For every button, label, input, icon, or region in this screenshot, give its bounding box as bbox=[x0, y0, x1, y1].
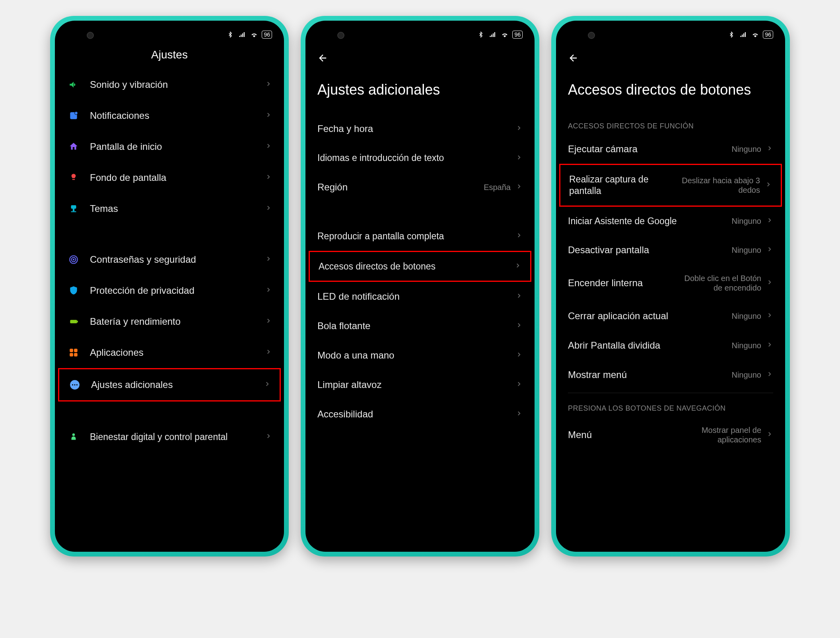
row-label: Modo a una mano bbox=[317, 349, 511, 361]
chevron-right-icon bbox=[264, 380, 271, 389]
front-camera bbox=[588, 32, 595, 39]
back-button[interactable] bbox=[317, 52, 329, 65]
svg-rect-24 bbox=[490, 36, 491, 37]
row-label: Reproducir a pantalla completa bbox=[317, 231, 511, 242]
svg-rect-25 bbox=[492, 35, 492, 37]
settings-row[interactable]: Fondo de pantalla bbox=[55, 162, 284, 193]
settings-row[interactable]: Reproducir a pantalla completa bbox=[305, 222, 535, 251]
svg-rect-18 bbox=[74, 353, 78, 357]
svg-rect-7 bbox=[71, 205, 76, 209]
chevron-right-icon bbox=[515, 183, 523, 192]
wifi-icon bbox=[250, 30, 259, 39]
svg-point-12 bbox=[73, 259, 74, 260]
phone-mockup-2: 96 Ajustes adicionales Fecha y hora Idio… bbox=[301, 16, 539, 557]
settings-row[interactable]: Accesos directos de botones bbox=[309, 251, 531, 282]
additional-settings-list[interactable]: Fecha y hora Idiomas e introducción de t… bbox=[305, 114, 535, 552]
settings-row[interactable]: Idiomas e introducción de texto bbox=[305, 144, 535, 173]
settings-row[interactable]: Menú Mostrar panel de aplicaciones bbox=[556, 417, 785, 453]
row-label: Accesibilidad bbox=[317, 408, 511, 420]
settings-row[interactable]: Aplicaciones bbox=[55, 337, 284, 368]
row-value: Ninguno bbox=[731, 245, 761, 255]
svg-rect-27 bbox=[494, 32, 495, 37]
row-label: Fecha y hora bbox=[317, 123, 511, 135]
settings-row[interactable]: Accesibilidad bbox=[305, 399, 535, 429]
svg-point-23 bbox=[72, 433, 75, 436]
svg-rect-2 bbox=[242, 33, 243, 37]
settings-row[interactable]: Modo a una mano bbox=[305, 341, 535, 370]
settings-row[interactable]: Desactivar pantalla Ninguno bbox=[556, 235, 785, 265]
row-value: Deslizar hacia abajo 3 dedos bbox=[673, 176, 760, 195]
chevron-right-icon bbox=[766, 246, 773, 254]
screen-1: 96 Ajustes Sonido y vibración Notificaci… bbox=[55, 21, 284, 552]
back-button[interactable] bbox=[568, 52, 579, 65]
settings-row[interactable]: Encender linterna Doble clic en el Botón… bbox=[556, 265, 785, 301]
chevron-right-icon bbox=[515, 154, 523, 163]
bluetooth-icon bbox=[727, 30, 736, 39]
chevron-right-icon bbox=[515, 380, 523, 389]
row-label: Mostrar menú bbox=[568, 369, 731, 381]
settings-row[interactable]: Contraseñas y seguridad bbox=[55, 244, 284, 275]
chevron-right-icon bbox=[515, 351, 523, 360]
header bbox=[305, 45, 535, 69]
settings-row[interactable]: Bola flotante bbox=[305, 311, 535, 341]
chevron-right-icon bbox=[766, 145, 773, 153]
settings-row[interactable]: Sonido y vibración bbox=[55, 69, 284, 100]
svg-rect-26 bbox=[493, 33, 494, 37]
settings-row[interactable]: Ajustes adicionales bbox=[58, 368, 281, 401]
front-camera bbox=[337, 32, 344, 39]
settings-row[interactable]: Pantalla de inicio bbox=[55, 131, 284, 162]
row-label: Aplicaciones bbox=[90, 347, 251, 359]
wallpaper-icon bbox=[67, 171, 80, 184]
shield-icon bbox=[67, 284, 80, 297]
settings-row[interactable]: Notificaciones bbox=[55, 100, 284, 131]
row-label: Cerrar aplicación actual bbox=[568, 310, 731, 322]
chevron-right-icon bbox=[265, 111, 272, 120]
settings-row[interactable]: Iniciar Asistente de Google Ninguno bbox=[556, 207, 785, 236]
chevron-right-icon bbox=[265, 255, 272, 264]
settings-row[interactable]: Bienestar digital y control parental bbox=[55, 421, 284, 452]
row-label: Ejecutar cámara bbox=[568, 143, 731, 155]
settings-row[interactable]: Abrir Pantalla dividida Ninguno bbox=[556, 331, 785, 360]
chevron-right-icon bbox=[766, 279, 773, 287]
screen-3: 96 Accesos directos de botones ACCESOS D… bbox=[556, 21, 785, 552]
svg-rect-8 bbox=[73, 209, 74, 211]
settings-row[interactable]: LED de notificación bbox=[305, 282, 535, 311]
row-value: Doble clic en el Botón de encendido bbox=[674, 273, 761, 293]
settings-row[interactable]: Batería y rendimiento bbox=[55, 306, 284, 337]
chevron-right-icon bbox=[765, 181, 772, 190]
chevron-right-icon bbox=[515, 232, 523, 240]
divider bbox=[568, 393, 773, 393]
svg-rect-1 bbox=[241, 35, 242, 37]
chevron-right-icon bbox=[265, 80, 272, 89]
svg-rect-16 bbox=[74, 349, 78, 352]
row-label: Ajustes adicionales bbox=[91, 379, 249, 391]
chevron-right-icon bbox=[515, 292, 523, 301]
battery-indicator: 96 bbox=[512, 31, 523, 39]
chevron-right-icon bbox=[766, 217, 773, 225]
settings-row[interactable]: Ejecutar cámara Ninguno bbox=[556, 134, 785, 164]
settings-list[interactable]: Sonido y vibración Notificaciones Pantal… bbox=[55, 69, 284, 552]
row-label: LED de notificación bbox=[317, 291, 511, 303]
row-label: Realizar captura de pantalla bbox=[569, 174, 673, 197]
settings-row[interactable]: Fecha y hora bbox=[305, 114, 535, 144]
wifi-icon bbox=[500, 30, 509, 39]
svg-rect-3 bbox=[244, 32, 245, 37]
row-label: Encender linterna bbox=[568, 277, 674, 289]
row-value: Ninguno bbox=[731, 370, 761, 380]
chevron-right-icon bbox=[515, 410, 523, 419]
button-shortcuts-list[interactable]: ACCESOS DIRECTOS DE FUNCIÓN Ejecutar cám… bbox=[556, 114, 785, 552]
bluetooth-icon bbox=[476, 30, 485, 39]
settings-row[interactable]: Región España bbox=[305, 173, 535, 202]
settings-row[interactable]: Temas bbox=[55, 193, 284, 224]
settings-row[interactable]: Protección de privacidad bbox=[55, 275, 284, 306]
settings-row[interactable]: Realizar captura de pantalla Deslizar ha… bbox=[559, 164, 782, 207]
settings-row[interactable]: Mostrar menú Ninguno bbox=[556, 360, 785, 390]
chevron-right-icon bbox=[265, 286, 272, 295]
settings-row[interactable]: Limpiar altavoz bbox=[305, 370, 535, 399]
settings-row[interactable]: Cerrar aplicación actual Ninguno bbox=[556, 301, 785, 331]
row-value: Mostrar panel de aplicaciones bbox=[674, 425, 761, 444]
row-value: España bbox=[484, 182, 511, 192]
svg-point-22 bbox=[76, 384, 78, 385]
chevron-right-icon bbox=[265, 348, 272, 357]
apps-icon bbox=[67, 346, 80, 359]
